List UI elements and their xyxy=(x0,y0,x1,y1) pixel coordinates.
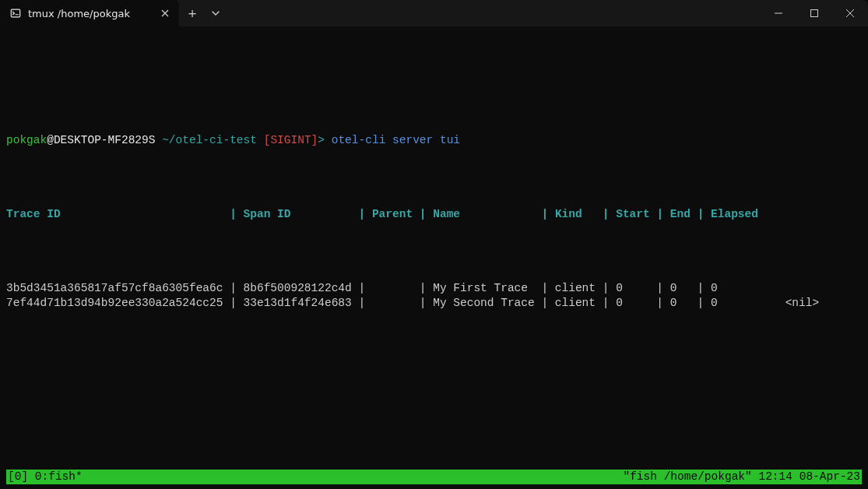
terminal-area[interactable]: pokgak@DESKTOP-MF2829S ~/otel-ci-test [S… xyxy=(0,26,868,489)
header-sep: | xyxy=(596,208,616,220)
terminal-icon xyxy=(9,7,22,19)
top-pane-command: otel-cli server tui xyxy=(332,134,460,146)
prompt-arrow: > xyxy=(318,134,325,146)
plus-icon: + xyxy=(188,6,197,21)
header-sep: | xyxy=(650,208,670,220)
chevron-down-icon xyxy=(212,9,220,17)
close-icon xyxy=(846,9,854,17)
maximize-button[interactable] xyxy=(796,0,832,26)
table-row: 3b5d3451a365817af57cf8a6305fea6c | 8b6f5… xyxy=(6,281,862,296)
th-end: End xyxy=(670,208,691,220)
minimize-button[interactable] xyxy=(761,0,796,26)
statusbar-right: "fish /home/pokgak" 12:14 08-Apr-23 xyxy=(623,470,860,484)
close-window-button[interactable] xyxy=(832,0,868,26)
maximize-icon xyxy=(810,9,818,17)
th-parent: Parent xyxy=(372,208,413,220)
header-sep: | xyxy=(535,208,555,220)
tab-dropdown-button[interactable] xyxy=(206,0,226,26)
trace-table-body: 3b5d3451a365817af57cf8a6305fea6c | 8b6f5… xyxy=(6,281,862,311)
th-elapsed: Elapsed xyxy=(711,208,758,220)
prompt-sigint: [SIGINT] xyxy=(264,134,318,146)
tmux-status-bar: [0] 0:fish* "fish /home/pokgak" 12:14 08… xyxy=(6,470,862,484)
th-name: Name xyxy=(433,208,535,220)
svg-rect-0 xyxy=(11,9,19,17)
close-tab-button[interactable] xyxy=(159,7,171,19)
prompt-at: @ xyxy=(47,134,54,146)
table-row: 7ef44d71b13d94b92ee330a2a524cc25 | 33e13… xyxy=(6,296,862,311)
prompt-host: DESKTOP-MF2829S xyxy=(54,134,156,146)
new-tab-button[interactable]: + xyxy=(179,0,206,26)
window-controls xyxy=(761,0,868,26)
prompt-user: pokgak xyxy=(6,134,47,146)
active-tab[interactable]: tmux /home/pokgak xyxy=(0,0,179,26)
th-start: Start xyxy=(616,208,650,220)
statusbar-left: [0] 0:fish* xyxy=(8,470,83,484)
th-trace-id: Trace ID xyxy=(6,208,223,220)
header-sep: | xyxy=(223,208,243,220)
top-pane-prompt: pokgak@DESKTOP-MF2829S ~/otel-ci-test [S… xyxy=(6,133,862,148)
th-span-id: Span ID xyxy=(244,208,352,220)
header-sep: | xyxy=(413,208,433,220)
tab-title: tmux /home/pokgak xyxy=(28,6,153,21)
th-kind: Kind xyxy=(555,208,596,220)
top-pane[interactable]: pokgak@DESKTOP-MF2829S ~/otel-ci-test [S… xyxy=(6,89,862,489)
svg-rect-1 xyxy=(811,10,818,17)
titlebar: tmux /home/pokgak + xyxy=(0,0,868,26)
trace-table-header: Trace ID | Span ID | Parent | Name | Kin… xyxy=(6,207,862,222)
titlebar-drag-area[interactable] xyxy=(226,0,761,26)
header-sep: | xyxy=(352,208,372,220)
minimize-icon xyxy=(775,9,782,17)
header-sep: | xyxy=(691,208,711,220)
prompt-cwd: ~/otel-ci-test xyxy=(162,134,257,146)
